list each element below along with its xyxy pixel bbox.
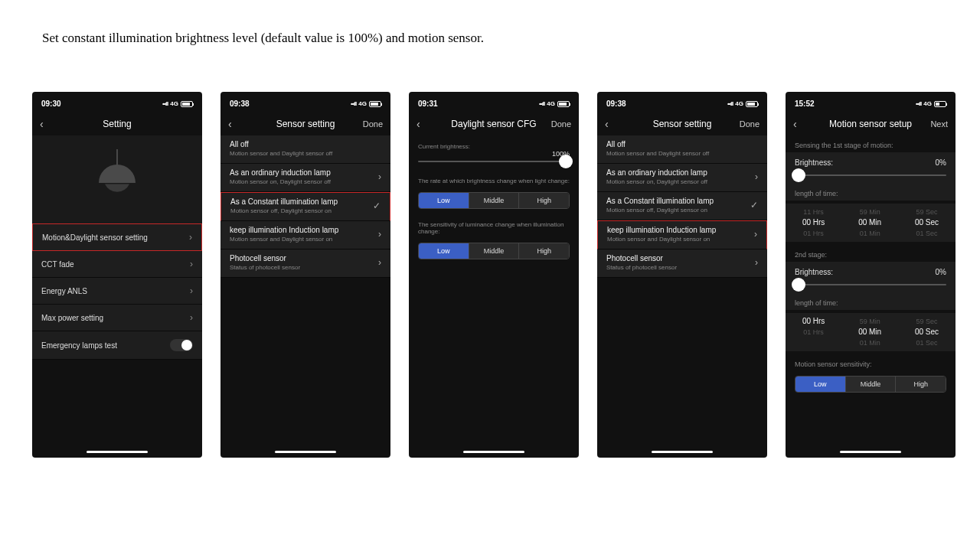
seg-high[interactable]: High: [519, 193, 569, 208]
nav-bar: ‹ Daylight sensor CFG Done: [409, 112, 579, 135]
chevron-right-icon: ›: [189, 232, 192, 243]
chevron-right-icon: ›: [190, 312, 193, 323]
seg-low[interactable]: Low: [419, 243, 469, 259]
row-max-power[interactable]: Max power setting›: [32, 305, 202, 331]
status-bar: 09:38 4G: [220, 92, 390, 112]
opt-title: keep illumination Induction lamp: [607, 226, 757, 234]
brightness-value: 0%: [936, 268, 946, 276]
page-title: Setting: [103, 119, 131, 129]
length-label-1: length of time:: [786, 184, 956, 201]
chevron-right-icon: ›: [755, 257, 758, 268]
opt-title: As a Constant illumination lamp: [606, 197, 758, 205]
battery-icon: [557, 101, 570, 107]
opt-photocell[interactable]: ›Photocell sensorStatus of photocell sen…: [597, 249, 767, 278]
phone-motion-setup: 15:52 4G ‹ Motion sensor setup Next Sens…: [786, 92, 956, 458]
opt-all-off[interactable]: All offMotion sensor and Daylight sensor…: [597, 135, 767, 164]
opt-sub: Status of photocell sensor: [230, 264, 381, 271]
signal-icon: [162, 100, 168, 107]
sensitivity-segment[interactable]: LowMiddleHigh: [418, 243, 570, 259]
phone-daylight-cfg: 09:31 4G ‹ Daylight sensor CFG Done Curr…: [409, 92, 579, 458]
signal-icon: [539, 100, 544, 107]
seg-low[interactable]: Low: [795, 377, 846, 392]
back-icon[interactable]: ‹: [793, 118, 797, 130]
opt-title: All off: [230, 140, 381, 148]
motion-sensitivity-segment[interactable]: LowMiddleHigh: [795, 376, 946, 393]
brightness-value: 0%: [936, 158, 946, 167]
phone-sensor-setting-1: 09:38 4G ‹ Sensor setting Done All offMo…: [220, 92, 390, 458]
row-label: Energy ANLS: [41, 287, 87, 295]
brightness-slider[interactable]: [409, 159, 579, 170]
time-picker-2[interactable]: 00 Hrs01 Hrs 59 Min00 Min01 Min 59 Sec00…: [786, 313, 956, 351]
home-indicator: [840, 451, 901, 453]
rate-segment[interactable]: LowMiddleHigh: [418, 192, 570, 209]
opt-sub: Motion sensor off, Daylight sensor on: [606, 207, 758, 214]
seg-middle[interactable]: Middle: [469, 243, 520, 259]
seg-middle[interactable]: Middle: [469, 193, 520, 208]
home-indicator: [87, 451, 148, 453]
opt-sub: Motion sensor on, Daylight sensor off: [230, 178, 381, 185]
opt-title: keep illumination Induction lamp: [230, 226, 381, 234]
stage1-header: Sensing the 1st stage of motion:: [786, 135, 956, 152]
chevron-right-icon: ›: [378, 171, 381, 182]
network-label: 4G: [170, 100, 178, 107]
opt-sub: Motion sensor and Daylight sensor on: [607, 236, 757, 243]
chevron-right-icon: ›: [190, 285, 193, 296]
brightness-row-2: Brightness:0%: [786, 262, 956, 278]
battery-icon: [181, 101, 193, 107]
seg-low[interactable]: Low: [419, 193, 469, 208]
row-label: Max power setting: [41, 314, 103, 322]
chevron-right-icon: ›: [755, 171, 758, 182]
opt-constant-illum[interactable]: ✓As a Constant illumination lampMotion s…: [220, 192, 390, 221]
brightness-row-1: Brightness:0%: [786, 152, 956, 168]
brightness-slider-2[interactable]: [786, 278, 956, 293]
opt-sub: Status of photocell sensor: [606, 264, 758, 271]
toggle-switch[interactable]: [170, 339, 193, 351]
clock: 09:38: [606, 99, 626, 108]
done-button[interactable]: Done: [363, 119, 383, 129]
opt-sub: Motion sensor off, Daylight sensor on: [230, 207, 381, 214]
sensitivity-header: Motion sensor sensitivity:: [786, 354, 956, 371]
opt-ordinary[interactable]: ›As an ordinary induction lampMotion sen…: [220, 164, 390, 192]
brightness-slider-1[interactable]: [786, 168, 956, 184]
nav-bar: ‹ Sensor setting Done: [597, 112, 767, 135]
network-label: 4G: [358, 100, 367, 107]
opt-keep-illum[interactable]: ›keep illumination Induction lampMotion …: [220, 221, 390, 249]
row-energy-anls[interactable]: Energy ANLS›: [32, 278, 202, 305]
opt-photocell[interactable]: ›Photocell sensorStatus of photocell sen…: [220, 249, 390, 278]
chevron-right-icon: ›: [754, 229, 757, 240]
seg-high[interactable]: High: [896, 377, 946, 392]
instruction-text: Set constant illumination brightness lev…: [0, 0, 980, 46]
row-motion-daylight[interactable]: Motion&Daylight sensor setting›: [32, 223, 202, 251]
row-cct-fade[interactable]: CCT fade›: [32, 251, 202, 278]
check-icon: ✓: [373, 201, 381, 211]
opt-title: As an ordinary induction lamp: [606, 168, 758, 177]
length-label-2: length of time:: [786, 293, 956, 310]
clock: 15:52: [795, 99, 815, 108]
opt-ordinary[interactable]: ›As an ordinary induction lampMotion sen…: [597, 164, 767, 192]
opt-all-off[interactable]: All offMotion sensor and Daylight sensor…: [220, 135, 390, 164]
time-picker-1[interactable]: 11 Hrs00 Hrs01 Hrs 59 Min00 Min01 Min 59…: [786, 204, 956, 242]
page-title: Daylight sensor CFG: [451, 119, 536, 129]
opt-constant-illum[interactable]: ✓As a Constant illumination lampMotion s…: [597, 192, 767, 220]
back-icon[interactable]: ‹: [605, 118, 609, 130]
chevron-right-icon: ›: [378, 257, 381, 268]
seg-middle[interactable]: Middle: [846, 377, 897, 392]
clock: 09:31: [418, 99, 438, 108]
clock: 09:30: [41, 99, 61, 108]
status-bar: 09:30 4G: [32, 92, 202, 112]
back-icon[interactable]: ‹: [40, 118, 44, 130]
back-icon[interactable]: ‹: [416, 118, 420, 130]
opt-keep-illum[interactable]: ›keep illumination Induction lampMotion …: [597, 220, 767, 249]
row-label: CCT fade: [41, 260, 74, 269]
seg-high[interactable]: High: [519, 243, 569, 259]
back-icon[interactable]: ‹: [228, 118, 232, 130]
network-label: 4G: [547, 100, 555, 107]
next-button[interactable]: Next: [930, 119, 948, 129]
check-icon: ✓: [750, 200, 758, 210]
brightness-value: 100%: [409, 150, 579, 158]
battery-icon: [369, 101, 381, 107]
stage2-header: 2nd stage:: [786, 245, 956, 262]
done-button[interactable]: Done: [740, 119, 760, 129]
row-emergency-test[interactable]: Emergency lamps test: [32, 331, 202, 360]
done-button[interactable]: Done: [551, 119, 571, 129]
